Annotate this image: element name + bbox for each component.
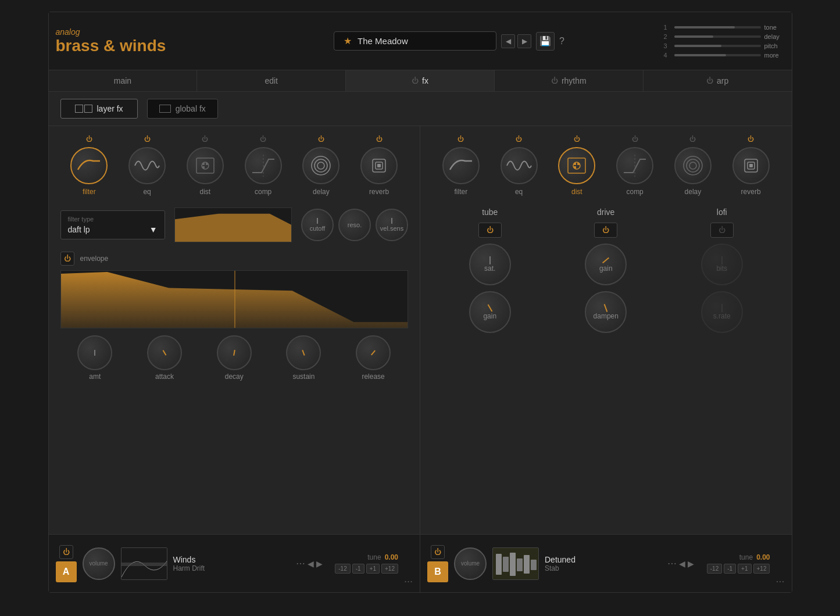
left-reverb-knob[interactable] — [360, 147, 398, 184]
envelope-power-toggle[interactable]: ⏻ — [60, 252, 74, 266]
left-dist-power-icon[interactable]: ⏻ — [202, 135, 208, 142]
dist-drive-dampen-knob[interactable]: dampen — [585, 291, 627, 333]
bottom-bars: ⏻ A volume Winds Harm Drift ⋯ ◀ ▶ — [49, 534, 792, 592]
star-icon[interactable]: ★ — [344, 35, 352, 46]
dist-drive-gain-knob[interactable]: gain — [585, 243, 627, 285]
right-dist-power-icon[interactable]: ⏻ — [574, 135, 580, 142]
dist-lofi-srate-knob[interactable]: s.rate — [701, 291, 743, 333]
dist-tube-sat-knob[interactable]: sat. — [469, 243, 511, 285]
macro-slider-2[interactable] — [674, 35, 761, 38]
layer-b-prev-button[interactable]: ◀ — [679, 559, 685, 568]
right-fx-delay[interactable]: ⏻ delay — [674, 135, 712, 196]
layer-b-volume-knob[interactable]: volume — [454, 547, 487, 580]
help-button[interactable]: ? — [559, 36, 564, 46]
layer-a-step-plus12[interactable]: +12 — [381, 564, 398, 574]
tab-arp[interactable]: ⏻ arp — [644, 70, 792, 91]
left-dist-knob[interactable] — [187, 147, 224, 184]
right-reverb-power-icon[interactable]: ⏻ — [748, 135, 754, 142]
dist-drive-power-button[interactable]: ⏻ — [594, 223, 617, 238]
left-fx-dist[interactable]: ⏻ dist — [187, 135, 224, 196]
right-fx-eq[interactable]: ⏻ eq — [501, 135, 538, 196]
layer-a-next-button[interactable]: ▶ — [316, 559, 323, 568]
env-sustain-knob[interactable] — [286, 335, 321, 370]
left-fx-filter[interactable]: ⏻ filter — [70, 135, 108, 196]
layer-b-step-minus1[interactable]: -1 — [724, 564, 736, 574]
left-filter-power-icon[interactable]: ⏻ — [86, 135, 92, 142]
layer-b-power-toggle[interactable]: ⏻ — [431, 545, 445, 559]
dist-lofi-bits-knob[interactable]: bits — [701, 243, 743, 285]
right-reverb-knob[interactable] — [732, 147, 770, 184]
dist-lofi-bits-label: bits — [716, 264, 727, 273]
tab-fx-label: fx — [422, 76, 428, 85]
dist-drive-dampen-label: dampen — [594, 312, 619, 320]
right-filter-power-icon[interactable]: ⏻ — [457, 135, 464, 142]
tab-edit[interactable]: edit — [197, 70, 346, 91]
dist-tube-gain-knob[interactable]: gain — [469, 291, 511, 333]
layer-a-step-plus1[interactable]: +1 — [366, 564, 380, 574]
right-comp-knob[interactable] — [616, 147, 653, 184]
layer-b-step-minus12[interactable]: -12 — [707, 564, 722, 574]
filter-type-box[interactable]: filter type daft lp ▼ — [60, 210, 165, 239]
svg-rect-2 — [202, 163, 205, 165]
left-fx-comp[interactable]: ⏻ comp — [245, 135, 282, 196]
right-eq-power-icon[interactable]: ⏻ — [516, 135, 522, 142]
tab-rhythm[interactable]: ⏻ rhythm — [495, 70, 644, 91]
layer-b-next-button[interactable]: ▶ — [688, 559, 694, 568]
layer-a-step-minus1[interactable]: -1 — [352, 564, 364, 574]
layer-fx-button[interactable]: layer fx — [60, 99, 138, 119]
layer-b-step-plus1[interactable]: +1 — [738, 564, 751, 574]
preset-bar: ★ The Meadow ◀ ▶ 💾 ? — [242, 31, 657, 51]
filter-reso-knob[interactable]: reso. — [338, 209, 371, 241]
left-comp-power-icon[interactable]: ⏻ — [260, 135, 266, 142]
dist-tube-gain-label: gain — [483, 312, 496, 320]
layer-a-step-minus12[interactable]: -12 — [335, 564, 350, 574]
right-eq-knob[interactable] — [501, 147, 538, 184]
left-reverb-power-icon[interactable]: ⏻ — [376, 135, 383, 142]
left-delay-power-icon[interactable]: ⏻ — [318, 135, 324, 142]
right-comp-power-icon[interactable]: ⏻ — [632, 135, 638, 142]
filter-graph — [174, 207, 292, 242]
left-eq-knob[interactable] — [128, 147, 166, 184]
layer-a-prev-button[interactable]: ◀ — [308, 559, 314, 568]
global-fx-button[interactable]: global fx — [147, 99, 218, 119]
left-fx-eq[interactable]: ⏻ eq — [128, 135, 166, 196]
right-fx-filter[interactable]: ⏻ filter — [442, 135, 480, 196]
dist-lofi-power-button[interactable]: ⏻ — [710, 223, 734, 238]
env-amt-knob[interactable] — [77, 335, 112, 370]
right-fx-reverb[interactable]: ⏻ reverb — [732, 135, 770, 196]
macro-slider-3[interactable] — [674, 45, 761, 47]
dist-drive-title: drive — [597, 207, 614, 217]
right-delay-knob[interactable] — [674, 147, 712, 184]
left-fx-reverb[interactable]: ⏻ reverb — [360, 135, 398, 196]
layer-a-power-toggle[interactable]: ⏻ — [59, 545, 73, 559]
layer-a-badge: A — [56, 561, 77, 582]
dist-tube-power-button[interactable]: ⏻ — [478, 223, 502, 238]
right-fx-dist[interactable]: ⏻ dist — [558, 135, 595, 196]
preset-name-box[interactable]: ★ The Meadow — [334, 31, 496, 51]
preset-prev-button[interactable]: ◀ — [501, 34, 515, 48]
right-dist-knob[interactable] — [558, 147, 595, 184]
env-attack-knob[interactable] — [147, 335, 182, 370]
right-filter-knob[interactable] — [442, 147, 480, 184]
left-eq-power-icon[interactable]: ⏻ — [144, 135, 151, 142]
macro-slider-1[interactable] — [674, 26, 761, 28]
env-decay-knob[interactable] — [217, 335, 252, 370]
left-filter-knob[interactable] — [70, 147, 108, 184]
macro-slider-4[interactable] — [674, 54, 761, 56]
layer-b-dots-menu[interactable]: ··· — [775, 575, 784, 588]
preset-next-button[interactable]: ▶ — [517, 34, 531, 48]
tab-main[interactable]: main — [49, 70, 198, 91]
left-comp-knob[interactable] — [245, 147, 282, 184]
right-fx-comp[interactable]: ⏻ comp — [616, 135, 653, 196]
tab-fx[interactable]: ⏻ fx — [346, 70, 495, 91]
save-button[interactable]: 💾 — [536, 32, 555, 51]
layer-a-volume-knob[interactable]: volume — [83, 547, 115, 580]
left-delay-knob[interactable] — [302, 147, 339, 184]
filter-cutoff-knob[interactable]: cutoff — [301, 209, 334, 241]
layer-b-step-plus12[interactable]: +12 — [753, 564, 770, 574]
left-fx-delay[interactable]: ⏻ delay — [302, 135, 339, 196]
layer-a-dots-menu[interactable]: ··· — [404, 575, 413, 588]
filter-velsens-knob[interactable]: vel.sens — [376, 209, 408, 241]
right-delay-power-icon[interactable]: ⏻ — [689, 135, 696, 142]
env-release-knob[interactable] — [356, 335, 391, 370]
